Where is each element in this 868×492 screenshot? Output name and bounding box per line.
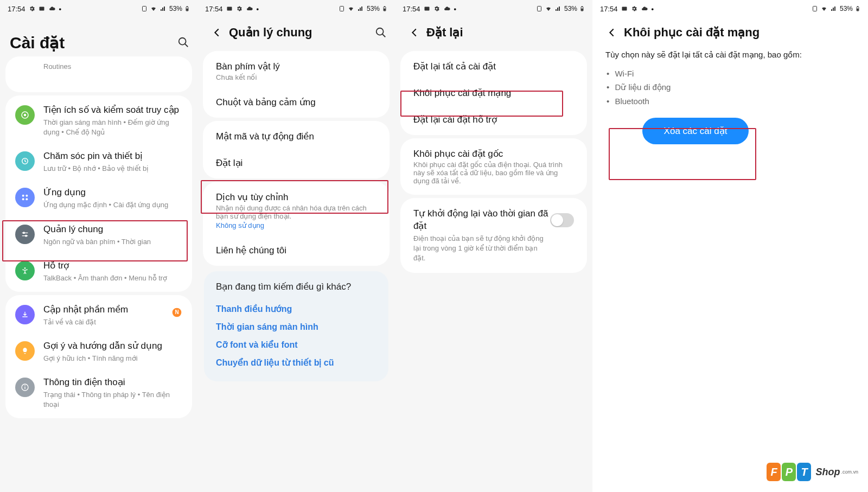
- bullet-bluetooth: Bluetooth: [605, 94, 855, 108]
- suggestion-link-nav-bar[interactable]: Thanh điều hướng: [216, 300, 376, 318]
- wifi-icon: [820, 5, 828, 12]
- gear-icon: [29, 5, 35, 12]
- search-icon[interactable]: [370, 22, 392, 43]
- wifi-icon: [347, 5, 355, 12]
- suggestion-link-font-size[interactable]: Cỡ font và kiểu font: [216, 336, 376, 354]
- svg-point-16: [23, 232, 25, 234]
- svg-point-18: [24, 267, 26, 269]
- cloud-icon: [48, 5, 56, 12]
- software-update-icon: [15, 305, 35, 324]
- settings-item-label: Gợi ý và hướng dẫn sử dụng: [43, 340, 182, 353]
- settings-item-sub: Thời gian sáng màn hình • Đếm giờ ứng dụ…: [43, 118, 182, 137]
- svg-rect-25: [340, 7, 343, 11]
- settings-item-routines[interactable]: Routines: [5, 59, 192, 88]
- signal-icon: [357, 5, 365, 12]
- battery-text: 53%: [169, 5, 182, 12]
- svg-line-30: [382, 34, 386, 37]
- settings-item-label: Routines: [43, 62, 182, 72]
- status-bar: 17:54 • 53%: [592, 0, 868, 17]
- item-customization-service[interactable]: Dịch vụ tùy chỉnh Nhận nội dung được cá …: [203, 184, 390, 237]
- back-button[interactable]: [405, 23, 424, 42]
- svg-point-12: [22, 199, 24, 201]
- item-reset-all-settings[interactable]: Đặt lại tất cả cài đặt: [400, 53, 587, 80]
- reset-network-description: Tùy chọn này sẽ đặt lại tất cả cài đặt m…: [592, 48, 868, 67]
- settings-item-label: Quản lý chung: [43, 223, 182, 236]
- search-icon[interactable]: [173, 31, 194, 53]
- svg-rect-24: [227, 7, 232, 11]
- item-auto-restart[interactable]: Tự khởi động lại vào thời gian đã đặt Đi…: [400, 200, 587, 271]
- battery-icon: [579, 5, 585, 12]
- item-sub: Nhận nội dung được cá nhân hóa dựa trên …: [216, 204, 376, 220]
- tips-icon: [15, 341, 35, 361]
- settings-item-label: Hỗ trợ: [43, 260, 182, 272]
- status-time: 17:54: [8, 5, 25, 13]
- auto-restart-toggle[interactable]: [550, 213, 574, 227]
- apps-icon: [15, 188, 35, 207]
- wifi-icon: [545, 5, 552, 12]
- svg-rect-27: [384, 7, 385, 7]
- settings-item-label: Tiện ích số và kiểm soát truy cập: [43, 104, 182, 117]
- gear-icon: [433, 5, 440, 12]
- item-contact-us[interactable]: Liên hệ chúng tôi: [203, 237, 390, 264]
- item-reset-accessibility-settings[interactable]: Đặt lại cài đặt hỗ trợ: [400, 106, 587, 133]
- back-button[interactable]: [602, 23, 622, 42]
- gear-icon: [631, 5, 637, 12]
- svg-rect-34: [582, 7, 583, 7]
- nfc-icon: [141, 5, 148, 12]
- bullet-mobile-data: Dữ liệu di động: [605, 80, 855, 94]
- item-sub: Điện thoại của bạn sẽ tự động khởi động …: [413, 234, 550, 264]
- page-title: Cài đặt: [10, 33, 173, 52]
- battery-icon: [184, 5, 190, 12]
- item-label: Dịch vụ tùy chỉnh: [216, 191, 376, 203]
- svg-rect-4: [187, 9, 188, 10]
- settings-item-sub: TalkBack • Âm thanh đơn • Menu hỗ trợ: [43, 273, 182, 283]
- suggestions-heading: Bạn đang tìm kiếm điều gì khác?: [216, 281, 376, 292]
- device-care-icon: [15, 151, 35, 171]
- general-management-header: Quản lý chung: [197, 17, 395, 48]
- svg-rect-32: [537, 7, 541, 11]
- more-icon: •: [652, 5, 654, 13]
- item-label: Đặt lại cài đặt hỗ trợ: [413, 114, 574, 125]
- item-mouse-trackpad[interactable]: Chuột và bảng cảm ứng: [203, 89, 390, 116]
- item-label: Mật mã và tự động điền: [216, 131, 376, 142]
- svg-point-5: [179, 38, 186, 45]
- item-reset[interactable]: Đặt lại: [203, 150, 390, 176]
- item-physical-keyboard[interactable]: Bàn phím vật lý Chưa kết nối: [203, 53, 390, 89]
- settings-item-about-phone[interactable]: Thông tin điện thoại Trạng thái • Thông …: [5, 370, 192, 416]
- settings-item-apps[interactable]: Ứng dụng Ứng dụng mặc định • Cài đặt ứng…: [5, 180, 192, 216]
- reset-settings-button[interactable]: Xóa các cài đặt: [642, 118, 749, 144]
- item-label: Liên hệ chúng tôi: [216, 245, 376, 256]
- settings-item-label: Cập nhật phần mềm: [43, 304, 171, 316]
- status-time: 17:54: [205, 5, 223, 13]
- item-passwords-autofill[interactable]: Mật mã và tự động điền: [203, 123, 390, 150]
- suggestion-link-screen-timeout[interactable]: Thời gian sáng màn hình: [216, 318, 376, 336]
- settings-item-software-update[interactable]: Cập nhật phần mềm Tải về và cài đặt N: [5, 297, 192, 334]
- settings-item-digital-wellbeing[interactable]: Tiện ích số và kiểm soát truy cập Thời g…: [5, 98, 192, 144]
- item-reset-network-settings[interactable]: Khôi phục cài đặt mạng: [400, 80, 587, 106]
- image-icon: [39, 5, 45, 12]
- settings-item-accessibility[interactable]: Hỗ trợ TalkBack • Âm thanh đơn • Menu hỗ…: [5, 253, 192, 290]
- nfc-icon: [339, 5, 345, 12]
- settings-item-sub: Gợi ý hữu ích • Tính năng mới: [43, 354, 182, 363]
- gear-icon: [236, 5, 242, 12]
- item-label: Chuột và bảng cảm ứng: [216, 97, 376, 108]
- svg-point-29: [376, 28, 384, 35]
- signal-icon: [554, 5, 562, 12]
- suggestion-link-transfer-data[interactable]: Chuyển dữ liệu từ thiết bị cũ: [216, 354, 376, 372]
- item-label: Khôi phục cài đặt mạng: [413, 87, 574, 99]
- battery-icon: [855, 5, 860, 12]
- status-bar: 17:54 • 53%: [0, 0, 197, 17]
- settings-item-general[interactable]: Quản lý chung Ngôn ngữ và bàn phím • Thờ…: [5, 217, 192, 253]
- notification-badge-icon: N: [171, 307, 182, 318]
- item-sub: Chưa kết nối: [216, 73, 376, 81]
- item-factory-reset[interactable]: Khôi phục cài đặt gốc Khôi phục cài đặt …: [400, 140, 587, 193]
- settings-item-sub: Lưu trữ • Bộ nhớ • Bảo vệ thiết bị: [43, 164, 182, 174]
- svg-rect-28: [384, 9, 386, 10]
- settings-item-sub: Trạng thái • Thông tin pháp lý • Tên điệ…: [43, 390, 182, 410]
- battery-text: 53%: [564, 5, 577, 12]
- settings-item-tips[interactable]: Gợi ý và hướng dẫn sử dụng Gợi ý hữu ích…: [5, 334, 192, 370]
- svg-rect-3: [187, 7, 188, 7]
- back-button[interactable]: [207, 23, 227, 42]
- svg-point-13: [25, 199, 28, 201]
- settings-item-device-care[interactable]: Chăm sóc pin và thiết bị Lưu trữ • Bộ nh…: [5, 144, 192, 180]
